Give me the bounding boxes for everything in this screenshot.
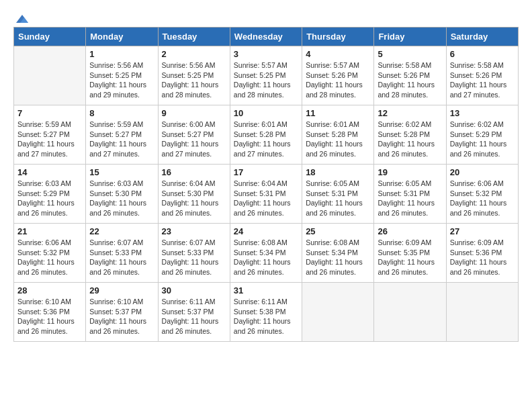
day-info: Sunrise: 6:08 AMSunset: 5:34 PMDaylight:… (234, 238, 298, 277)
calendar-table: SundayMondayTuesdayWednesdayThursdayFrid… (13, 27, 519, 342)
day-info: Sunrise: 5:56 AMSunset: 5:25 PMDaylight:… (89, 60, 154, 100)
day-info: Sunrise: 6:10 AMSunset: 5:37 PMDaylight:… (89, 297, 154, 336)
day-number: 18 (306, 167, 370, 177)
day-info: Sunrise: 6:01 AMSunset: 5:28 PMDaylight:… (306, 120, 370, 159)
day-info: Sunrise: 5:58 AMSunset: 5:26 PMDaylight:… (378, 60, 442, 100)
calendar-cell: 24Sunrise: 6:08 AMSunset: 5:34 PMDayligh… (230, 224, 302, 283)
calendar-cell: 23Sunrise: 6:07 AMSunset: 5:33 PMDayligh… (158, 224, 230, 283)
day-info: Sunrise: 6:08 AMSunset: 5:34 PMDaylight:… (306, 238, 370, 277)
calendar-cell: 15Sunrise: 6:03 AMSunset: 5:30 PMDayligh… (86, 165, 158, 224)
day-number: 15 (89, 167, 154, 177)
day-info: Sunrise: 6:04 AMSunset: 5:31 PMDaylight:… (234, 179, 298, 218)
day-info: Sunrise: 6:09 AMSunset: 5:35 PMDaylight:… (378, 238, 442, 277)
calendar-cell: 16Sunrise: 6:04 AMSunset: 5:30 PMDayligh… (158, 165, 230, 224)
calendar-cell (374, 283, 446, 342)
day-info: Sunrise: 6:04 AMSunset: 5:30 PMDaylight:… (162, 179, 226, 218)
day-number: 21 (17, 226, 82, 236)
day-number: 9 (162, 108, 226, 118)
calendar-cell: 9Sunrise: 6:00 AMSunset: 5:27 PMDaylight… (158, 105, 230, 165)
calendar-cell: 11Sunrise: 6:01 AMSunset: 5:28 PMDayligh… (302, 105, 374, 165)
calendar-cell: 27Sunrise: 6:09 AMSunset: 5:36 PMDayligh… (446, 224, 518, 283)
day-info: Sunrise: 5:58 AMSunset: 5:26 PMDaylight:… (450, 60, 515, 100)
day-number: 19 (378, 167, 442, 177)
calendar-header-saturday: Saturday (446, 28, 518, 46)
day-info: Sunrise: 6:03 AMSunset: 5:29 PMDaylight:… (17, 179, 82, 218)
calendar-cell: 7Sunrise: 5:59 AMSunset: 5:27 PMDaylight… (14, 105, 86, 165)
logo (13, 13, 30, 21)
day-info: Sunrise: 6:05 AMSunset: 5:31 PMDaylight:… (378, 179, 442, 218)
week-row-5: 28Sunrise: 6:10 AMSunset: 5:36 PMDayligh… (14, 283, 519, 342)
calendar-cell: 22Sunrise: 6:07 AMSunset: 5:33 PMDayligh… (86, 224, 158, 283)
calendar-cell: 28Sunrise: 6:10 AMSunset: 5:36 PMDayligh… (14, 283, 86, 342)
calendar-cell: 12Sunrise: 6:02 AMSunset: 5:28 PMDayligh… (374, 105, 446, 165)
day-info: Sunrise: 6:00 AMSunset: 5:27 PMDaylight:… (162, 120, 226, 159)
calendar-cell: 3Sunrise: 5:57 AMSunset: 5:25 PMDaylight… (230, 46, 302, 105)
day-number: 25 (306, 226, 370, 236)
calendar-cell: 4Sunrise: 5:57 AMSunset: 5:26 PMDaylight… (302, 46, 374, 105)
day-number: 13 (450, 108, 515, 118)
calendar-cell: 5Sunrise: 5:58 AMSunset: 5:26 PMDaylight… (374, 46, 446, 105)
calendar-header-tuesday: Tuesday (158, 28, 230, 46)
day-info: Sunrise: 6:02 AMSunset: 5:29 PMDaylight:… (450, 120, 515, 159)
logo-icon (15, 13, 30, 24)
day-info: Sunrise: 6:01 AMSunset: 5:28 PMDaylight:… (234, 120, 298, 159)
day-info: Sunrise: 6:09 AMSunset: 5:36 PMDaylight:… (450, 238, 515, 277)
day-number: 16 (162, 167, 226, 177)
day-number: 7 (17, 108, 82, 118)
day-info: Sunrise: 6:07 AMSunset: 5:33 PMDaylight:… (89, 238, 154, 277)
calendar-cell: 26Sunrise: 6:09 AMSunset: 5:35 PMDayligh… (374, 224, 446, 283)
calendar-cell: 17Sunrise: 6:04 AMSunset: 5:31 PMDayligh… (230, 165, 302, 224)
day-info: Sunrise: 5:57 AMSunset: 5:25 PMDaylight:… (234, 60, 298, 100)
calendar-header-friday: Friday (374, 28, 446, 46)
calendar-cell: 13Sunrise: 6:02 AMSunset: 5:29 PMDayligh… (446, 105, 518, 165)
calendar-cell: 25Sunrise: 6:08 AMSunset: 5:34 PMDayligh… (302, 224, 374, 283)
calendar-cell: 21Sunrise: 6:06 AMSunset: 5:32 PMDayligh… (14, 224, 86, 283)
day-number: 14 (17, 167, 82, 177)
calendar-header-thursday: Thursday (302, 28, 374, 46)
day-number: 4 (306, 49, 370, 59)
day-info: Sunrise: 5:59 AMSunset: 5:27 PMDaylight:… (17, 120, 82, 159)
calendar-cell: 20Sunrise: 6:06 AMSunset: 5:32 PMDayligh… (446, 165, 518, 224)
calendar-cell: 8Sunrise: 5:59 AMSunset: 5:27 PMDaylight… (86, 105, 158, 165)
week-row-3: 14Sunrise: 6:03 AMSunset: 5:29 PMDayligh… (14, 165, 519, 224)
day-number: 23 (162, 226, 226, 236)
day-info: Sunrise: 6:11 AMSunset: 5:38 PMDaylight:… (234, 297, 298, 336)
day-number: 3 (234, 49, 298, 59)
day-number: 2 (162, 49, 226, 59)
day-info: Sunrise: 6:05 AMSunset: 5:31 PMDaylight:… (306, 179, 370, 218)
page-header (13, 13, 519, 21)
week-row-2: 7Sunrise: 5:59 AMSunset: 5:27 PMDaylight… (14, 105, 519, 165)
day-number: 26 (378, 226, 442, 236)
day-info: Sunrise: 6:02 AMSunset: 5:28 PMDaylight:… (378, 120, 442, 159)
calendar-header-wednesday: Wednesday (230, 28, 302, 46)
day-number: 31 (234, 285, 298, 295)
calendar-cell: 10Sunrise: 6:01 AMSunset: 5:28 PMDayligh… (230, 105, 302, 165)
calendar-header-sunday: Sunday (14, 28, 86, 46)
day-info: Sunrise: 6:10 AMSunset: 5:36 PMDaylight:… (17, 297, 82, 336)
day-info: Sunrise: 6:07 AMSunset: 5:33 PMDaylight:… (162, 238, 226, 277)
calendar-cell: 18Sunrise: 6:05 AMSunset: 5:31 PMDayligh… (302, 165, 374, 224)
day-number: 22 (89, 226, 154, 236)
calendar-cell: 19Sunrise: 6:05 AMSunset: 5:31 PMDayligh… (374, 165, 446, 224)
calendar-cell (302, 283, 374, 342)
day-number: 11 (306, 108, 370, 118)
day-number: 8 (89, 108, 154, 118)
calendar-cell (446, 283, 518, 342)
calendar-cell: 2Sunrise: 5:56 AMSunset: 5:25 PMDaylight… (158, 46, 230, 105)
day-number: 30 (162, 285, 226, 295)
day-number: 24 (234, 226, 298, 236)
day-number: 28 (17, 285, 82, 295)
day-number: 10 (234, 108, 298, 118)
day-info: Sunrise: 5:57 AMSunset: 5:26 PMDaylight:… (306, 60, 370, 100)
day-number: 1 (89, 49, 154, 59)
calendar-cell: 29Sunrise: 6:10 AMSunset: 5:37 PMDayligh… (86, 283, 158, 342)
calendar-cell: 30Sunrise: 6:11 AMSunset: 5:37 PMDayligh… (158, 283, 230, 342)
calendar-cell: 14Sunrise: 6:03 AMSunset: 5:29 PMDayligh… (14, 165, 86, 224)
calendar-header-row: SundayMondayTuesdayWednesdayThursdayFrid… (14, 28, 519, 46)
calendar-cell: 31Sunrise: 6:11 AMSunset: 5:38 PMDayligh… (230, 283, 302, 342)
calendar-header-monday: Monday (86, 28, 158, 46)
day-number: 6 (450, 49, 515, 59)
day-number: 12 (378, 108, 442, 118)
day-info: Sunrise: 6:06 AMSunset: 5:32 PMDaylight:… (17, 238, 82, 277)
day-number: 27 (450, 226, 515, 236)
